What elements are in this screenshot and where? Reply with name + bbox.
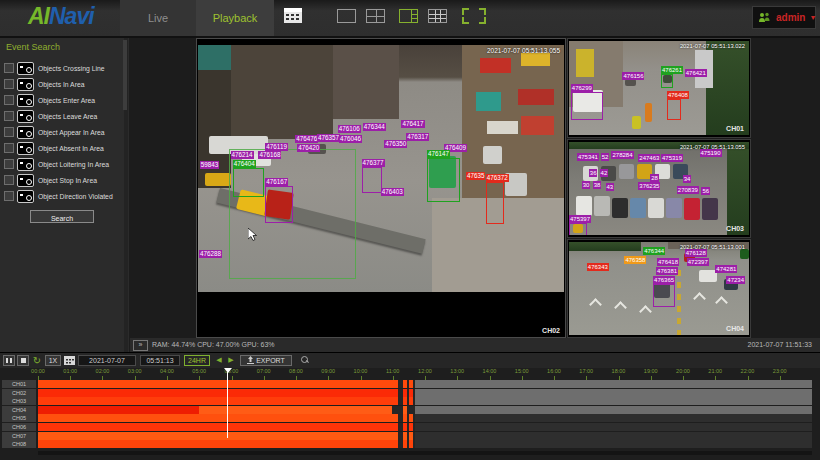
layout-single-icon[interactable] — [337, 9, 356, 23]
step-back-icon[interactable]: ◀ — [214, 355, 224, 366]
recording-segment[interactable] — [409, 432, 413, 440]
timeline-playhead[interactable] — [227, 372, 228, 438]
calendar-icon[interactable] — [276, 6, 310, 30]
calendar-small-icon[interactable] — [63, 355, 76, 366]
loop-icon[interactable]: ↻ — [31, 355, 43, 366]
pause-button[interactable] — [3, 355, 15, 366]
recording-segment[interactable] — [409, 389, 413, 397]
video-timestamp: 2021-07-07 05:51:13.022 — [680, 43, 745, 49]
layout-quad-icon[interactable] — [366, 9, 385, 23]
zoom-search-icon[interactable] — [298, 355, 310, 366]
event-filter-item[interactable]: Objects Leave Area — [0, 108, 123, 124]
event-checkbox[interactable] — [4, 79, 14, 89]
expand-icon[interactable]: » — [133, 340, 148, 351]
date-field[interactable]: 2021-07-07 — [78, 355, 136, 366]
event-type-icon — [17, 62, 34, 75]
recording-segment[interactable] — [38, 389, 398, 397]
hour-label: 17:00 — [579, 368, 593, 374]
recording-segment[interactable] — [38, 406, 199, 414]
recording-segment[interactable] — [409, 380, 413, 388]
event-filter-item[interactable]: Object Stop In Area — [0, 172, 123, 188]
detection-box — [667, 99, 681, 120]
timeline-track[interactable] — [38, 440, 812, 448]
event-filter-item[interactable]: Objects Enter Area — [0, 92, 123, 108]
export-button[interactable]: EXPORT — [240, 355, 292, 366]
layout-nine-icon[interactable] — [428, 9, 447, 23]
timeline-track[interactable] — [38, 389, 812, 397]
timeline-track[interactable] — [38, 406, 812, 414]
tab-playback[interactable]: Playback — [196, 0, 274, 36]
timeline-scrollbar[interactable] — [38, 451, 812, 455]
detection-label: 476377 — [362, 159, 385, 167]
event-checkbox[interactable] — [4, 191, 14, 201]
channel-label: CH03 — [726, 225, 744, 232]
stop-button[interactable] — [17, 355, 29, 366]
playhead-marker-icon[interactable] — [224, 368, 232, 373]
digital-zoom-icon[interactable] — [462, 8, 486, 24]
top-bar: AINavi Live Playback admin ▼ — [0, 0, 820, 38]
recording-segment[interactable] — [38, 440, 398, 448]
step-forward-icon[interactable]: ▶ — [226, 355, 236, 366]
recording-segment[interactable] — [403, 414, 407, 422]
timeline-track[interactable] — [38, 380, 812, 388]
recording-segment[interactable] — [409, 440, 413, 448]
side-video-tile-ch01[interactable]: 476299476156476261476421476408 2021-07-0… — [567, 38, 751, 138]
recording-segment[interactable] — [403, 423, 407, 431]
recording-segment[interactable] — [409, 414, 413, 422]
recording-segment[interactable] — [403, 389, 407, 397]
event-filter-item[interactable]: Objects Crossing Line — [0, 60, 123, 76]
event-type-icon — [17, 190, 34, 203]
event-checkbox[interactable] — [4, 127, 14, 137]
recording-segment[interactable] — [403, 432, 407, 440]
timeline-track[interactable] — [38, 397, 812, 405]
detection-label: 38 — [593, 181, 602, 189]
event-filter-item[interactable]: Object Direction Violated — [0, 188, 123, 204]
event-filter-item[interactable]: Object Loitering In Area — [0, 156, 123, 172]
recording-segment[interactable] — [403, 406, 407, 414]
search-button[interactable]: Search — [30, 210, 94, 223]
detection-label: 56 — [701, 187, 710, 195]
event-checkbox[interactable] — [4, 63, 14, 73]
recording-segment[interactable] — [403, 440, 407, 448]
timeline-ruler[interactable]: 00:0001:0002:0003:0004:0005:0006:0007:00… — [38, 368, 812, 380]
timeline-track[interactable] — [38, 432, 812, 440]
sidebar-scrollbar[interactable] — [124, 38, 128, 352]
event-type-icon — [17, 126, 34, 139]
timeline-channel-label: CH05 — [2, 414, 36, 422]
event-checkbox[interactable] — [4, 175, 14, 185]
recording-segment[interactable] — [403, 397, 407, 405]
event-checkbox[interactable] — [4, 95, 14, 105]
hour-label: 00:00 — [31, 368, 45, 374]
tab-live[interactable]: Live — [120, 0, 196, 36]
event-filter-item[interactable]: Object Absent In Area — [0, 140, 123, 156]
user-icon — [758, 9, 772, 27]
recording-segment[interactable] — [38, 423, 398, 431]
range-24hr-button[interactable]: 24HR — [184, 355, 210, 366]
recording-segment[interactable] — [199, 406, 393, 414]
layout-one-plus-icon[interactable] — [399, 9, 418, 23]
event-filter-item[interactable]: Objects In Area — [0, 76, 123, 92]
recording-segment[interactable] — [409, 423, 413, 431]
recording-segment[interactable] — [38, 414, 398, 422]
time-field[interactable]: 05:51:13 — [140, 355, 180, 366]
recording-segment[interactable] — [38, 397, 398, 405]
speed-button[interactable]: 1X — [45, 355, 61, 366]
recording-segment[interactable] — [38, 432, 398, 440]
recording-segment[interactable] — [409, 397, 413, 405]
dropdown-icon[interactable]: ▼ — [809, 14, 816, 21]
event-checkbox[interactable] — [4, 111, 14, 121]
side-video-tile-ch04[interactable]: 4763444761284763584764184723974763434742… — [567, 239, 751, 338]
event-filter-item[interactable]: Object Appear In Area — [0, 124, 123, 140]
main-video-tile[interactable]: 5984347621447640447611947616847647647642… — [196, 38, 566, 338]
timeline-track[interactable] — [38, 423, 812, 431]
timeline-row: CH08 — [0, 440, 820, 448]
hour-label: 07:00 — [257, 368, 271, 374]
recording-segment[interactable] — [38, 380, 398, 388]
side-video-tile-ch03[interactable]: 4753415227828424746347531947519036422834… — [567, 139, 751, 238]
recording-segment[interactable] — [403, 380, 407, 388]
hour-label: 22:00 — [741, 368, 755, 374]
timeline-track[interactable] — [38, 414, 812, 422]
event-checkbox[interactable] — [4, 143, 14, 153]
event-checkbox[interactable] — [4, 159, 14, 169]
user-menu[interactable]: admin ▼ — [752, 6, 816, 29]
